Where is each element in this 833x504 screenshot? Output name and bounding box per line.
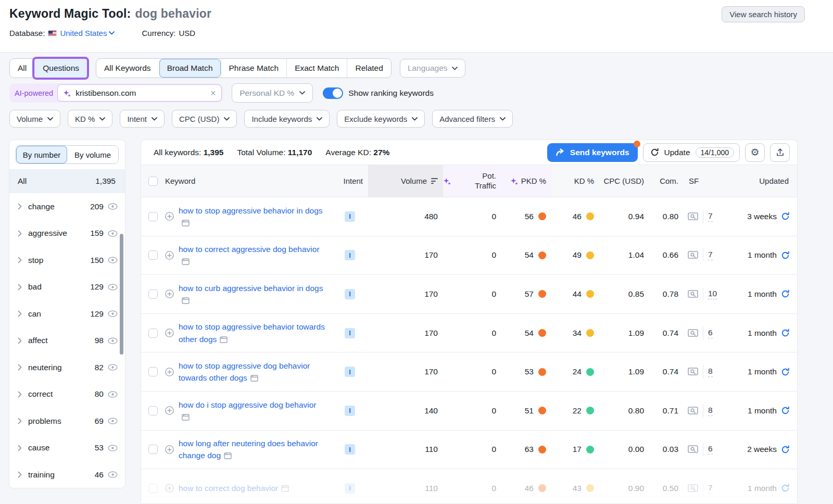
serp-features-icon[interactable] xyxy=(281,485,289,492)
add-keyword-icon[interactable] xyxy=(165,212,174,221)
eye-icon[interactable] xyxy=(108,310,118,317)
eye-icon[interactable] xyxy=(108,471,118,478)
serp-preview-icon[interactable] xyxy=(688,407,698,415)
filter-exclude-keywords[interactable]: Exclude keywords xyxy=(337,110,425,128)
serp-features-icon[interactable] xyxy=(224,452,232,459)
tab-broad-match[interactable]: Broad Match xyxy=(159,59,221,78)
keyword-link[interactable]: how do i stop aggressive dog behavior xyxy=(179,399,326,423)
keyword-link[interactable]: how to stop aggressive dog behavior towa… xyxy=(179,360,326,384)
refresh-icon[interactable] xyxy=(781,368,790,376)
serp-preview-icon[interactable] xyxy=(688,212,698,221)
sf-link[interactable]: 8 xyxy=(708,367,713,377)
show-ranking-toggle[interactable] xyxy=(323,87,343,99)
filter-volume[interactable]: Volume xyxy=(9,110,60,128)
col-kd[interactable]: KD % xyxy=(551,165,599,197)
sf-link[interactable]: 6 xyxy=(708,328,713,338)
sf-link[interactable]: 7 xyxy=(708,211,713,222)
chevron-right-icon[interactable] xyxy=(18,257,22,263)
select-all-checkbox[interactable] xyxy=(148,177,158,186)
chevron-right-icon[interactable] xyxy=(18,284,22,291)
row-checkbox[interactable] xyxy=(148,212,158,221)
sidebar-group-row[interactable]: problems 69 xyxy=(9,408,125,435)
view-search-history-button[interactable]: View search history xyxy=(722,6,805,22)
sidebar-group-row[interactable]: training 46 xyxy=(9,461,125,488)
update-button[interactable]: Update 14/1,000 xyxy=(643,143,740,162)
chevron-right-icon[interactable] xyxy=(18,203,22,210)
sidebar-group-row[interactable]: can 129 xyxy=(9,300,125,327)
serp-preview-icon[interactable] xyxy=(688,290,698,298)
chevron-right-icon[interactable] xyxy=(18,391,22,398)
intent-badge[interactable]: I xyxy=(345,211,355,222)
eye-icon[interactable] xyxy=(108,230,118,237)
tab-all-keywords[interactable]: All Keywords xyxy=(96,59,159,78)
refresh-icon[interactable] xyxy=(781,484,790,493)
row-checkbox[interactable] xyxy=(148,484,158,493)
chevron-right-icon[interactable] xyxy=(18,364,22,371)
sidebar-group-row[interactable]: correct 80 xyxy=(9,381,125,408)
col-updated[interactable]: Updated xyxy=(728,165,797,197)
eye-icon[interactable] xyxy=(108,445,118,451)
row-checkbox[interactable] xyxy=(148,329,158,338)
intent-badge[interactable]: I xyxy=(345,250,355,260)
col-cpc[interactable]: CPC (USD) xyxy=(599,165,649,197)
keyword-link[interactable]: how to stop aggressive behavior in dogs xyxy=(179,205,326,229)
filter-cpc[interactable]: CPC (USD) xyxy=(172,110,237,128)
serp-features-icon[interactable] xyxy=(250,375,258,382)
serp-preview-icon[interactable] xyxy=(688,484,698,493)
filter-intent[interactable]: Intent xyxy=(120,110,165,128)
sf-link[interactable]: 8 xyxy=(708,406,713,416)
col-keyword[interactable]: Keyword xyxy=(165,165,332,197)
add-keyword-icon[interactable] xyxy=(165,251,174,260)
search-input[interactable]: kristibenson.com ✕ xyxy=(57,84,222,102)
row-checkbox[interactable] xyxy=(148,445,158,454)
filter-include-keywords[interactable]: Include keywords xyxy=(244,110,330,128)
personal-kd-dropdown[interactable]: Personal KD % xyxy=(232,83,313,103)
sidebar-group-row[interactable]: stop 150 xyxy=(9,247,125,274)
intent-badge[interactable]: I xyxy=(345,406,355,416)
chevron-right-icon[interactable] xyxy=(18,418,22,424)
intent-badge[interactable]: I xyxy=(345,328,355,338)
chevron-right-icon[interactable] xyxy=(18,337,22,344)
chevron-right-icon[interactable] xyxy=(18,445,22,451)
eye-icon[interactable] xyxy=(108,257,118,263)
eye-icon[interactable] xyxy=(108,284,118,291)
sidebar-group-row[interactable]: cause 53 xyxy=(9,435,125,462)
tab-phrase-match[interactable]: Phrase Match xyxy=(221,59,287,78)
refresh-icon[interactable] xyxy=(781,329,790,337)
col-com[interactable]: Com. xyxy=(649,165,684,197)
col-volume[interactable]: Volume xyxy=(368,165,443,197)
serp-features-icon[interactable] xyxy=(220,336,228,343)
eye-icon[interactable] xyxy=(108,203,118,210)
col-pkd[interactable]: PKD % xyxy=(501,165,551,197)
filter-advanced[interactable]: Advanced filters xyxy=(432,110,513,128)
refresh-icon[interactable] xyxy=(781,251,790,260)
refresh-icon[interactable] xyxy=(781,406,790,415)
add-keyword-icon[interactable] xyxy=(165,484,174,493)
database-select[interactable]: United States xyxy=(60,29,115,37)
export-button[interactable] xyxy=(770,143,790,162)
serp-preview-icon[interactable] xyxy=(688,251,698,259)
tab-questions[interactable]: Questions xyxy=(34,59,87,78)
col-pot-traffic[interactable]: Pot.Traffic xyxy=(443,165,501,197)
intent-badge[interactable]: I xyxy=(345,289,355,299)
serp-features-icon[interactable] xyxy=(182,414,190,421)
serp-features-icon[interactable] xyxy=(182,220,190,226)
add-keyword-icon[interactable] xyxy=(165,406,174,415)
serp-preview-icon[interactable] xyxy=(688,368,698,376)
filter-kd[interactable]: KD % xyxy=(68,110,112,128)
tab-all[interactable]: All xyxy=(10,59,34,78)
refresh-icon[interactable] xyxy=(781,289,790,298)
sf-link[interactable]: 10 xyxy=(708,289,717,299)
sidebar-all-row[interactable]: All 1,395 xyxy=(9,169,125,193)
eye-icon[interactable] xyxy=(108,337,118,344)
row-checkbox[interactable] xyxy=(148,406,158,415)
sf-link[interactable]: 6 xyxy=(708,444,713,455)
serp-preview-icon[interactable] xyxy=(688,329,698,337)
sidebar-group-row[interactable]: change 209 xyxy=(9,193,125,220)
keyword-link[interactable]: how to curb aggressive behavior in dogs xyxy=(179,282,326,307)
sf-link[interactable]: 7 xyxy=(708,483,713,494)
tab-by-volume[interactable]: By volume xyxy=(67,146,118,163)
clear-search-icon[interactable]: ✕ xyxy=(210,89,216,97)
settings-button[interactable]: ⚙ xyxy=(745,143,765,162)
tab-by-number[interactable]: By number xyxy=(16,146,67,163)
